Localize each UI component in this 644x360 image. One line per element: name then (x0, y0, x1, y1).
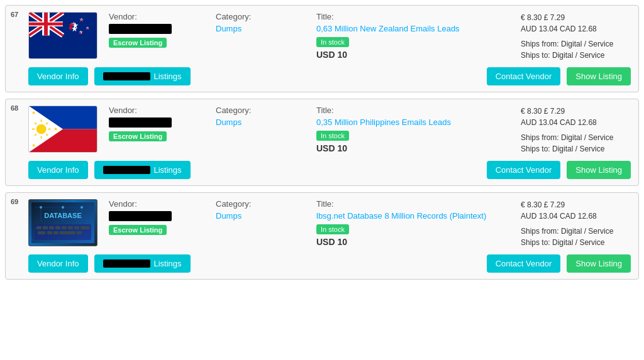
card-bottom-67: Vendor Info Listings Contact Vendor Show… (13, 67, 631, 85)
ships-from-68: Ships from: Digital / Service (521, 132, 631, 143)
contact-vendor-button-68[interactable]: Contact Vendor (487, 161, 561, 179)
svg-text:★: ★ (31, 143, 36, 148)
vendor-col-69: Vendor: Escrow Listing (109, 199, 197, 235)
title-link-68[interactable]: 0,35 Million Philippines Emails Leads (316, 117, 508, 127)
vendor-info-button-68[interactable]: Vendor Info (28, 161, 88, 179)
svg-point-54 (40, 206, 42, 209)
svg-point-56 (62, 206, 64, 209)
svg-text:★: ★ (53, 126, 58, 132)
price-eur-gbp-69: € 8.30 £ 7.29 (521, 199, 631, 210)
svg-rect-40 (49, 226, 54, 229)
pricing-col-68: € 8.30 £ 7.29 AUD 13.04 CAD 12.68 Ships … (521, 106, 631, 155)
ships-from-69: Ships from: Digital / Service (521, 226, 631, 237)
title-col-69: Title: lbsg.net Database 8 Million Recor… (316, 199, 508, 247)
card-number-67: 67 (11, 11, 18, 18)
listings-label-68: Listings (154, 165, 182, 175)
title-link-67[interactable]: 0,63 Million New Zealand Emails Leads (316, 24, 508, 33)
category-label-68: Category: (216, 106, 297, 115)
page-wrapper: 67 ★ ★ ★ ★ ★ ★ ★ ★ Vendor: Escr (0, 0, 644, 291)
instock-badge-67: In stock (316, 37, 349, 47)
title-link-69[interactable]: lbsg.net Database 8 Million Records (Pla… (316, 211, 508, 221)
price-aud-cad-69: AUD 13.04 CAD 12.68 (521, 210, 631, 222)
card-top-68: ★ ★ ★ Vendor: Escrow Listing Category: D… (13, 106, 631, 155)
vendor-col-68: Vendor: Escrow Listing (109, 106, 197, 141)
listings-label-67: Listings (154, 72, 182, 81)
category-col-68: Category: Dumps (216, 106, 297, 127)
svg-rect-39 (43, 226, 48, 229)
bottom-right-67: Contact Vendor Show Listing (487, 67, 631, 85)
svg-rect-45 (80, 226, 89, 229)
bottom-right-69: Contact Vendor Show Listing (487, 254, 631, 273)
title-label-68: Title: (316, 106, 508, 115)
show-listing-button-67[interactable]: Show Listing (567, 67, 631, 85)
listing-card-69: 69 D (5, 192, 639, 280)
redacted-listings-button-68[interactable]: Listings (94, 161, 191, 179)
ships-from-67: Ships from: Digital / Service (521, 38, 631, 50)
price-usd-68: USD 10 (316, 143, 508, 153)
category-label-67: Category: (216, 12, 297, 21)
svg-rect-46 (38, 231, 45, 234)
show-listing-button-69[interactable]: Show Listing (567, 254, 631, 273)
flag-db-container: DATABASE (28, 199, 97, 246)
svg-rect-50 (77, 231, 82, 234)
escrow-badge-67: Escrow Listing (109, 38, 167, 48)
flag-nz: ★ ★ ★ ★ ★ ★ ★ ★ (28, 12, 97, 59)
card-bottom-69: Vendor Info Listings Contact Vendor Show… (13, 254, 631, 273)
svg-rect-49 (60, 231, 75, 234)
vendor-info-button-69[interactable]: Vendor Info (28, 254, 88, 273)
category-col-69: Category: Dumps (216, 199, 297, 221)
listing-card-68: 68 ★ ★ ★ Vendor: Escrow Listing Category… (5, 99, 639, 186)
title-label-69: Title: (316, 199, 508, 209)
price-aud-cad-68: AUD 13.04 CAD 12.68 (521, 117, 631, 128)
contact-vendor-button-67[interactable]: Contact Vendor (487, 67, 561, 85)
database-image: DATABASE (28, 199, 97, 246)
flag-ph: ★ ★ ★ (28, 106, 97, 153)
ships-to-68: Ships to: Digital / Service (521, 143, 631, 155)
svg-text:★: ★ (71, 22, 75, 26)
vendor-redacted-listings-67 (103, 72, 150, 80)
category-link-67[interactable]: Dumps (216, 24, 242, 33)
contact-vendor-button-69[interactable]: Contact Vendor (487, 254, 561, 273)
vendor-label-69: Vendor: (109, 199, 197, 209)
bottom-right-68: Contact Vendor Show Listing (487, 161, 631, 179)
ships-to-69: Ships to: Digital / Service (521, 237, 631, 248)
svg-rect-43 (68, 226, 73, 229)
vendor-redacted-listings-68 (103, 166, 150, 174)
svg-rect-44 (74, 226, 79, 229)
svg-text:★: ★ (79, 31, 82, 35)
ships-to-67: Ships to: Digital / Service (521, 50, 631, 61)
listings-label-69: Listings (154, 259, 182, 268)
svg-rect-41 (55, 226, 60, 229)
escrow-badge-68: Escrow Listing (109, 131, 167, 141)
svg-rect-48 (53, 231, 58, 234)
price-eur-gbp-67: € 8.30 £ 7.29 (521, 12, 631, 23)
vendor-col-67: Vendor: Escrow Listing (109, 12, 197, 48)
svg-rect-38 (36, 226, 42, 229)
title-label-67: Title: (316, 12, 508, 21)
show-listing-button-68[interactable]: Show Listing (567, 161, 631, 179)
pricing-col-67: € 8.30 £ 7.29 AUD 13.04 CAD 12.68 Ships … (521, 12, 631, 61)
price-aud-cad-67: AUD 13.04 CAD 12.68 (521, 23, 631, 35)
redacted-listings-button-69[interactable]: Listings (94, 254, 191, 273)
svg-text:★: ★ (80, 18, 83, 22)
vendor-redacted-listings-69 (103, 259, 150, 268)
escrow-badge-69: Escrow Listing (109, 225, 167, 235)
title-col-68: Title: 0,35 Million Philippines Emails L… (316, 106, 508, 153)
vendor-name-redacted-68 (109, 117, 172, 128)
title-col-67: Title: 0,63 Million New Zealand Emails L… (316, 12, 508, 60)
vendor-info-button-67[interactable]: Vendor Info (28, 67, 88, 85)
instock-badge-68: In stock (316, 131, 349, 141)
category-label-69: Category: (216, 199, 297, 209)
listings-container: 67 ★ ★ ★ ★ ★ ★ ★ ★ Vendor: Escr (5, 5, 639, 280)
price-usd-67: USD 10 (316, 50, 508, 60)
card-top-69: DATABASE Vendor: Escrow Listing Category… (13, 199, 631, 248)
svg-point-58 (80, 206, 83, 209)
pricing-col-69: € 8.30 £ 7.29 AUD 13.04 CAD 12.68 Ships … (521, 199, 631, 248)
redacted-listings-button-67[interactable]: Listings (94, 67, 191, 85)
category-link-68[interactable]: Dumps (216, 117, 242, 127)
vendor-label-67: Vendor: (109, 12, 197, 21)
instock-badge-69: In stock (316, 224, 349, 234)
card-bottom-68: Vendor Info Listings Contact Vendor Show… (13, 161, 631, 179)
category-link-69[interactable]: Dumps (216, 211, 242, 221)
vendor-name-redacted-69 (109, 211, 172, 221)
